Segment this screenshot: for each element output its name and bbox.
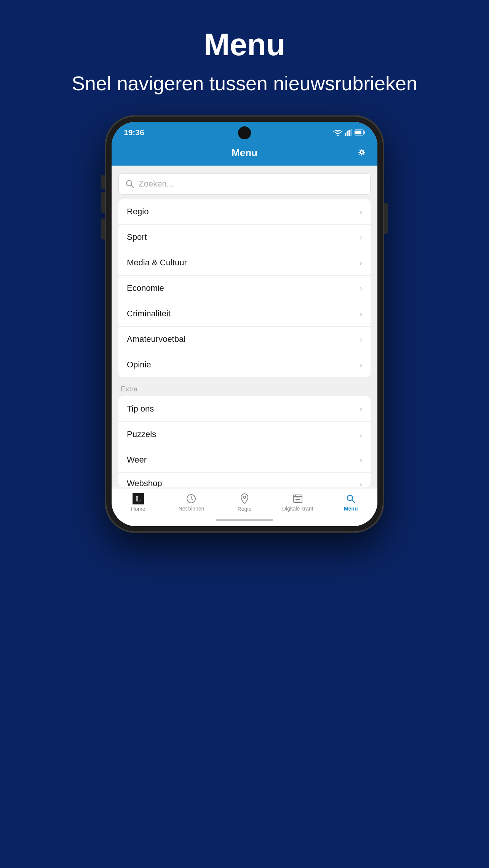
app-header-title: Menu bbox=[232, 147, 257, 159]
page-title: Menu bbox=[72, 27, 417, 62]
book-icon bbox=[292, 493, 303, 504]
extra-menu-list: Tip ons › Puzzels › Weer › bbox=[118, 396, 371, 487]
extra-section: Extra Tip ons › Puzzels › bbox=[118, 380, 371, 487]
nav-item-digitale-krant[interactable]: Digitale krant bbox=[271, 493, 324, 512]
side-button-mute bbox=[101, 175, 105, 189]
nav-item-menu[interactable]: Menu bbox=[324, 493, 377, 512]
wifi-icon bbox=[333, 129, 342, 136]
menu-item-label: Puzzels bbox=[127, 429, 156, 439]
page-subtitle: Snel navigeren tussen nieuwsrubrieken bbox=[72, 70, 417, 97]
home-bar bbox=[216, 519, 273, 521]
status-time: 19:36 bbox=[124, 128, 144, 137]
svg-rect-1 bbox=[345, 133, 346, 136]
menu-item-label: Economie bbox=[127, 283, 164, 293]
phone-wrapper: 19:36 bbox=[105, 116, 384, 532]
menu-item-economie[interactable]: Economie › bbox=[118, 276, 371, 301]
menu-item-webshop-partial[interactable]: Webshop › bbox=[118, 473, 371, 487]
chevron-right-icon: › bbox=[360, 310, 362, 318]
home-logo-icon: L bbox=[133, 493, 144, 504]
menu-item-puzzels[interactable]: Puzzels › bbox=[118, 422, 371, 447]
chevron-right-icon: › bbox=[360, 430, 362, 439]
menu-item-label: Regio bbox=[127, 207, 149, 217]
menu-item-opinie[interactable]: Opinie › bbox=[118, 352, 371, 377]
menu-item-label: Tip ons bbox=[127, 404, 154, 414]
menu-item-label: Weer bbox=[127, 455, 147, 465]
menu-item-media-cultuur[interactable]: Media & Cultuur › bbox=[118, 250, 371, 276]
menu-item-sport[interactable]: Sport › bbox=[118, 225, 371, 250]
chevron-right-icon: › bbox=[360, 335, 362, 344]
svg-rect-6 bbox=[355, 131, 361, 134]
menu-item-label: Sport bbox=[127, 232, 147, 242]
menu-item-tip-ons[interactable]: Tip ons › bbox=[118, 396, 371, 422]
status-bar: 19:36 bbox=[112, 122, 377, 142]
location-icon bbox=[240, 493, 249, 504]
clock-icon bbox=[186, 493, 197, 504]
phone-frame: 19:36 bbox=[105, 116, 384, 532]
side-button-volume-down bbox=[101, 219, 105, 239]
section-label: Extra bbox=[121, 385, 137, 393]
home-indicator bbox=[112, 516, 377, 526]
nav-item-net-binnen-label: Net binnen bbox=[179, 506, 205, 512]
chevron-right-icon: › bbox=[360, 405, 362, 413]
bottom-nav: L Home Net binnen bbox=[112, 488, 377, 516]
menu-item-label: Opinie bbox=[127, 360, 151, 370]
svg-rect-2 bbox=[347, 131, 348, 136]
svg-rect-7 bbox=[364, 131, 365, 134]
gear-icon bbox=[356, 147, 368, 158]
svg-rect-4 bbox=[350, 129, 352, 136]
svg-line-20 bbox=[352, 500, 355, 503]
gear-button[interactable] bbox=[356, 147, 368, 160]
chevron-right-icon: › bbox=[360, 207, 362, 216]
svg-point-12 bbox=[243, 496, 246, 498]
chevron-right-icon: › bbox=[360, 284, 362, 293]
menu-item-label: Amateurvoetbal bbox=[127, 334, 185, 344]
menu-item-regio[interactable]: Regio › bbox=[118, 199, 371, 225]
menu-item-label: Criminaliteit bbox=[127, 309, 171, 319]
chevron-right-icon: › bbox=[360, 361, 362, 369]
page-header: Menu Snel navigeren tussen nieuwsrubriek… bbox=[41, 0, 448, 116]
search-placeholder: Zoeken... bbox=[139, 179, 174, 189]
side-button-power bbox=[384, 203, 388, 234]
battery-icon bbox=[355, 129, 365, 136]
signal-icon bbox=[345, 129, 352, 136]
nav-item-home-label: Home bbox=[131, 506, 145, 512]
menu-search-icon bbox=[345, 493, 356, 504]
menu-item-weer[interactable]: Weer › bbox=[118, 447, 371, 473]
menu-item-amateurvoetbal[interactable]: Amateurvoetbal › bbox=[118, 327, 371, 352]
camera-notch bbox=[238, 126, 251, 139]
nav-item-digitale-krant-label: Digitale krant bbox=[282, 506, 313, 512]
chevron-right-icon: › bbox=[360, 456, 362, 464]
chevron-right-icon: › bbox=[360, 233, 362, 242]
svg-point-0 bbox=[337, 135, 339, 136]
status-icons bbox=[333, 129, 365, 136]
side-button-volume-up bbox=[101, 192, 105, 213]
menu-item-label: Media & Cultuur bbox=[127, 258, 187, 268]
nav-item-menu-label: Menu bbox=[344, 506, 358, 512]
svg-line-10 bbox=[131, 185, 134, 188]
app-header: Menu bbox=[112, 142, 377, 166]
search-icon bbox=[126, 180, 134, 188]
nav-item-regio[interactable]: Regio bbox=[218, 493, 271, 512]
page-background: Menu Snel navigeren tussen nieuwsrubriek… bbox=[0, 0, 489, 868]
menu-item-criminaliteit[interactable]: Criminaliteit › bbox=[118, 301, 371, 327]
menu-item-label: Webshop bbox=[127, 479, 162, 487]
nav-item-regio-label: Regio bbox=[238, 506, 252, 512]
search-bar[interactable]: Zoeken... bbox=[118, 173, 371, 195]
nav-item-home[interactable]: L Home bbox=[112, 493, 165, 512]
section-divider: Extra bbox=[118, 380, 371, 396]
svg-rect-3 bbox=[348, 130, 350, 136]
chevron-right-icon: › bbox=[360, 258, 362, 267]
main-menu-list: Regio › Sport › Media & Cultuur › E bbox=[118, 199, 371, 377]
content-area: Zoeken... Regio › Sport › bbox=[112, 166, 377, 487]
phone-screen: 19:36 bbox=[112, 122, 377, 526]
nav-item-net-binnen[interactable]: Net binnen bbox=[165, 493, 218, 512]
chevron-right-icon: › bbox=[360, 479, 362, 488]
